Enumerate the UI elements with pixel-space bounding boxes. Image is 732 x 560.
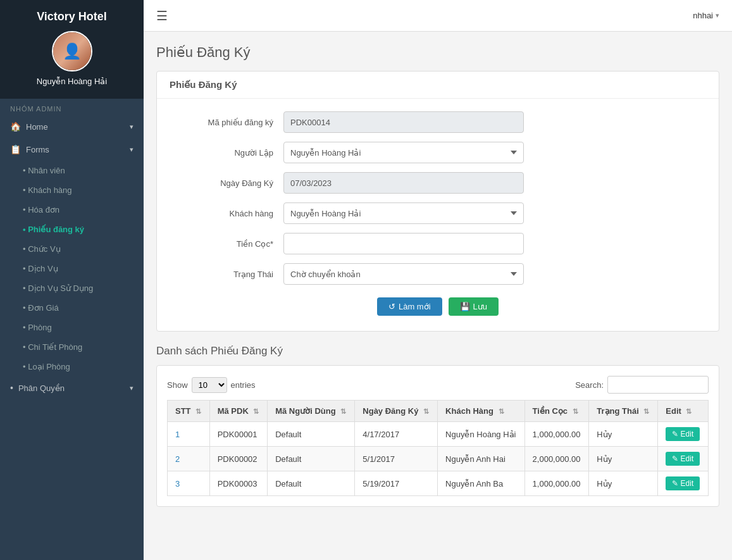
- cell-ma-nguoi-dung-1: Default: [268, 447, 355, 471]
- trang-thai-select[interactable]: Chờ chuyển khoản: [283, 263, 524, 285]
- sidebar-item-nhan-vien[interactable]: Nhân viên: [0, 161, 144, 180]
- nguoi-lap-label: Người Lập: [182, 148, 283, 158]
- page-title: Phiếu Đăng Ký: [156, 44, 719, 61]
- cell-trang-thai-2: Hủy: [589, 471, 658, 496]
- sidebar-item-dich-vu[interactable]: Dịch Vụ: [0, 259, 144, 278]
- luu-button[interactable]: 💾 Lưu: [449, 297, 499, 316]
- sort-tien-coc-icon[interactable]: ⇅: [573, 408, 578, 415]
- cell-tien-coc-2: 1,000,000.00: [524, 471, 589, 496]
- show-entries: Show 10 25 50 100 entries: [167, 377, 256, 393]
- cell-trang-thai-1: Hủy: [589, 447, 658, 471]
- ngay-input[interactable]: [283, 172, 524, 194]
- save-icon: 💾: [460, 302, 470, 311]
- registrations-table: STT ⇅ Mã PDK ⇅ Mã Người Dùng ⇅ Ngày Đăng…: [167, 400, 709, 496]
- col-trang-thai: Trạng Thái ⇅: [589, 401, 658, 422]
- sort-ma-nguoi-dung-icon[interactable]: ⇅: [340, 408, 346, 415]
- cell-ngay-0: 4/17/2017: [355, 422, 438, 447]
- table-controls: Show 10 25 50 100 entries Search:: [167, 376, 709, 394]
- table-row: 2 PDK00002 Default 5/1/2017 Nguyễn Anh H…: [168, 447, 709, 471]
- edit-button-2[interactable]: ✎ Edit: [666, 476, 700, 490]
- col-tien-coc: Tiền Cọc ⇅: [524, 401, 589, 422]
- sidebar-item-forms[interactable]: 📋 Forms ▾: [0, 138, 144, 161]
- sidebar-item-home-label: Home: [26, 122, 48, 132]
- phan-quyen-icon: •: [10, 383, 13, 393]
- cell-ma-pdk-2: PDK00003: [209, 471, 267, 496]
- sort-khach-hang-icon[interactable]: ⇅: [499, 408, 504, 415]
- ma-input[interactable]: [283, 111, 524, 133]
- edit-button-0[interactable]: ✎ Edit: [666, 427, 700, 441]
- nguoi-lap-select[interactable]: Nguyễn Hoàng Hải: [283, 142, 524, 163]
- sidebar-item-phan-quyen[interactable]: • Phân Quyền ▾: [0, 376, 144, 399]
- table-section: Danh sách Phiếu Đăng Ký Show 10 25 50 10…: [156, 344, 719, 507]
- sort-stt-icon[interactable]: ⇅: [195, 408, 201, 415]
- col-edit: Edit ⇅: [658, 401, 709, 422]
- form-row-tien-coc: Tiền Cọc*: [182, 233, 693, 254]
- tien-coc-label: Tiền Cọc*: [182, 239, 283, 249]
- entries-select[interactable]: 10 25 50 100: [192, 377, 227, 393]
- col-stt: STT ⇅: [168, 401, 210, 422]
- sidebar-header: Victory Hotel 👤 Nguyễn Hoàng Hải: [0, 0, 144, 99]
- cell-ngay-2: 5/19/2017: [355, 471, 438, 496]
- sidebar-item-home[interactable]: 🏠 Home ▾: [0, 115, 144, 138]
- sidebar-item-dich-vu-su-dung[interactable]: Dịch Vụ Sử Dụng: [0, 278, 144, 298]
- link-stt-1[interactable]: 2: [175, 454, 180, 464]
- form-row-khach-hang: Khách hàng Nguyễn Hoàng Hải: [182, 202, 693, 224]
- sidebar-item-hoa-don[interactable]: Hóa đơn: [0, 200, 144, 220]
- sort-edit-icon[interactable]: ⇅: [686, 408, 692, 415]
- group-label: NHÓM ADMIN: [0, 99, 144, 115]
- edit-button-1[interactable]: ✎ Edit: [666, 452, 700, 466]
- sort-trang-thai-icon[interactable]: ⇅: [643, 408, 649, 415]
- form-card-header: Phiếu Đăng Ký: [157, 72, 719, 99]
- sidebar-item-phieu-dang-ky[interactable]: Phiếu đăng ký: [0, 220, 144, 239]
- search-input[interactable]: [607, 376, 709, 394]
- avatar: 👤: [52, 31, 92, 72]
- sort-ma-pdk-icon[interactable]: ⇅: [253, 408, 259, 415]
- menu-toggle-button[interactable]: ☰: [156, 8, 168, 23]
- sidebar-item-don-gia[interactable]: Đơn Giá: [0, 298, 144, 318]
- table-row: 3 PDK00003 Default 5/19/2017 Nguyễn Anh …: [168, 471, 709, 496]
- refresh-icon: ↺: [388, 302, 395, 311]
- table-body: 1 PDK00001 Default 4/17/2017 Nguyễn Hoàn…: [168, 422, 709, 496]
- sidebar-item-loai-phong[interactable]: Loại Phòng: [0, 357, 144, 376]
- search-box: Search:: [575, 376, 709, 394]
- cell-stt-2: 3: [168, 471, 210, 496]
- table-header-row: STT ⇅ Mã PDK ⇅ Mã Người Dùng ⇅ Ngày Đăng…: [168, 401, 709, 422]
- link-stt-2[interactable]: 3: [175, 479, 180, 488]
- cell-ngay-1: 5/1/2017: [355, 447, 438, 471]
- cell-edit-0: ✎ Edit: [658, 422, 709, 447]
- entries-label: entries: [231, 380, 256, 390]
- form-row-ngay: Ngày Đăng Ký: [182, 172, 693, 194]
- cell-tien-coc-1: 2,000,000.00: [524, 447, 589, 471]
- tien-coc-input[interactable]: [283, 233, 524, 254]
- cell-ma-nguoi-dung-0: Default: [268, 422, 355, 447]
- cell-edit-1: ✎ Edit: [658, 447, 709, 471]
- ngay-label: Ngày Đăng Ký: [182, 178, 283, 188]
- khach-hang-label: Khách hàng: [182, 209, 283, 218]
- lam-moi-button[interactable]: ↺ Làm mới: [377, 297, 442, 316]
- form-card: Phiếu Đăng Ký Mã phiếu đăng ký Người Lập…: [156, 71, 719, 332]
- col-ngay-dang-ky: Ngày Đăng Ký ⇅: [355, 401, 438, 422]
- cell-ma-pdk-0: PDK00001: [209, 422, 267, 447]
- sort-ngay-icon[interactable]: ⇅: [423, 408, 429, 415]
- form-row-trang-thai: Trạng Thái Chờ chuyển khoản: [182, 263, 693, 285]
- home-icon: 🏠: [10, 121, 21, 132]
- cell-khach-hang-0: Nguyễn Hoàng Hải: [438, 422, 524, 447]
- sidebar-item-khach-hang[interactable]: Khách hàng: [0, 180, 144, 200]
- sidebar-item-chi-tiet-phong[interactable]: Chi Tiết Phòng: [0, 337, 144, 357]
- user-menu[interactable]: nhhai ▾: [693, 11, 719, 20]
- col-ma-pdk: Mã PDK ⇅: [209, 401, 267, 422]
- cell-stt-0: 1: [168, 422, 210, 447]
- sidebar-item-phong[interactable]: Phòng: [0, 318, 144, 337]
- cell-edit-2: ✎ Edit: [658, 471, 709, 496]
- ma-label: Mã phiếu đăng ký: [182, 118, 283, 127]
- sidebar-item-chuc-vu[interactable]: Chức Vụ: [0, 239, 144, 259]
- sidebar-item-phan-quyen-label: Phân Quyền: [18, 383, 65, 393]
- user-menu-chevron-icon: ▾: [716, 11, 719, 20]
- cell-ma-pdk-1: PDK00002: [209, 447, 267, 471]
- table-section-title: Danh sách Phiếu Đăng Ký: [156, 344, 719, 358]
- col-khach-hang: Khách Hàng ⇅: [438, 401, 524, 422]
- link-stt-0[interactable]: 1: [175, 430, 180, 439]
- app-title: Victory Hotel: [10, 10, 133, 23]
- khach-hang-select[interactable]: Nguyễn Hoàng Hải: [283, 202, 524, 224]
- content-area: Phiếu Đăng Ký Phiếu Đăng Ký Mã phiếu đăn…: [144, 32, 732, 560]
